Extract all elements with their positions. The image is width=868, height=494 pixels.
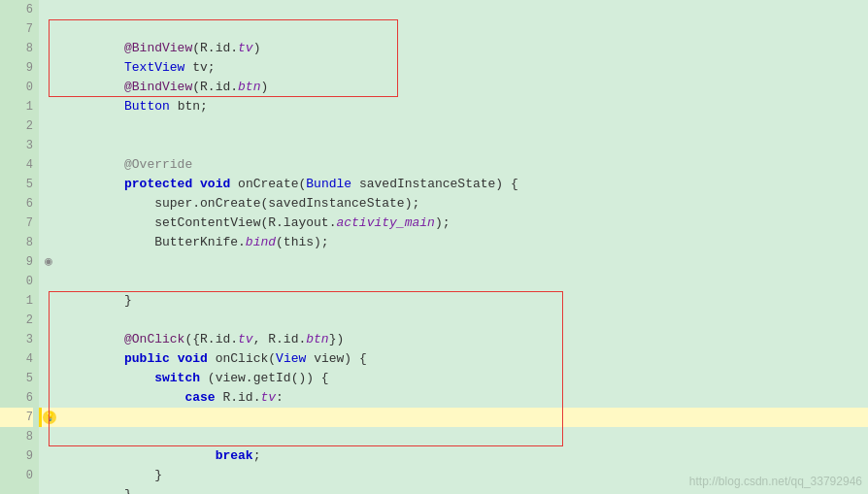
line-num-22: 2 bbox=[0, 311, 33, 330]
line-num-20: 0 bbox=[0, 272, 33, 291]
gutter-icon-override: ◉ bbox=[41, 251, 56, 271]
watermark: http://blog.csdn.net/qq_33792946 bbox=[689, 475, 862, 488]
line-num-12: 2 bbox=[0, 116, 33, 136]
line-num-9: 9 bbox=[0, 58, 33, 78]
code-line-11 bbox=[39, 97, 868, 116]
code-line-28: break; bbox=[39, 427, 868, 446]
code-line-12 bbox=[39, 116, 868, 136]
code-line-21 bbox=[39, 291, 868, 311]
code-line-25: case R.id.tv: bbox=[39, 369, 868, 388]
line-num-23: 3 bbox=[0, 330, 33, 349]
code-line-6 bbox=[39, 0, 868, 19]
line-num-26: 6 bbox=[0, 388, 33, 408]
code-line-15: super.onCreate(savedInstanceState); bbox=[39, 175, 868, 194]
code-line-19 bbox=[39, 252, 868, 272]
line-num-30: 0 bbox=[0, 466, 33, 485]
line-num-7: 7 bbox=[0, 19, 33, 39]
code-line-17: ButterKnife.bind(this); bbox=[39, 214, 868, 233]
code-line-26: break; bbox=[39, 388, 868, 408]
line-num-11: 1 bbox=[0, 97, 33, 116]
line-num-14: 4 bbox=[0, 155, 33, 175]
code-line-27: 💡 case R.id.btn: bbox=[39, 408, 868, 427]
line-numbers: 6 7 8 9 0 1 2 3 4 5 6 7 8 9 0 1 2 3 4 5 … bbox=[0, 0, 39, 494]
line-num-28: 8 bbox=[0, 427, 33, 446]
code-line-9: @BindView(R.id.btn) bbox=[39, 58, 868, 78]
line-num-19: 9 bbox=[0, 252, 33, 272]
code-line-14: protected void onCreate(Bundle savedInst… bbox=[39, 155, 868, 175]
line-num-25: 5 bbox=[0, 369, 33, 388]
code-line-7: @BindView(R.id.tv) bbox=[39, 19, 868, 39]
bulb-icon[interactable]: 💡 bbox=[43, 411, 56, 424]
code-editor: 6 7 8 9 0 1 2 3 4 5 6 7 8 9 0 1 2 3 4 5 … bbox=[0, 0, 868, 494]
line-num-16: 6 bbox=[0, 194, 33, 214]
line-num-24: 4 bbox=[0, 349, 33, 369]
line-num-15: 5 bbox=[0, 175, 33, 194]
code-line-16: setContentView(R.layout.activity_main); bbox=[39, 194, 868, 214]
line-num-21: 1 bbox=[0, 291, 33, 311]
line-num-13: 3 bbox=[0, 136, 33, 155]
code-line-24: switch (view.getId()) { bbox=[39, 349, 868, 369]
line-num-29: 9 bbox=[0, 446, 33, 466]
code-line-8: TextView tv; bbox=[39, 39, 868, 58]
line-num-8: 8 bbox=[0, 39, 33, 58]
line-num-10: 0 bbox=[0, 78, 33, 97]
line-num-27: 7 bbox=[0, 408, 33, 427]
code-line-23: public void onClick(View view) { bbox=[39, 330, 868, 349]
code-line-22: @OnClick({R.id.tv, R.id.btn}) bbox=[39, 311, 868, 330]
code-area: @BindView(R.id.tv) TextView tv; @BindVie… bbox=[39, 0, 868, 494]
line-num-17: 7 bbox=[0, 214, 33, 233]
line-num-6: 6 bbox=[0, 0, 33, 19]
code-line-20: } bbox=[39, 272, 868, 291]
code-line-29: } bbox=[39, 446, 868, 466]
code-line-13: @Override bbox=[39, 136, 868, 155]
line-num-18: 8 bbox=[0, 233, 33, 252]
code-line-10: Button btn; bbox=[39, 78, 868, 97]
code-line-18 bbox=[39, 233, 868, 252]
